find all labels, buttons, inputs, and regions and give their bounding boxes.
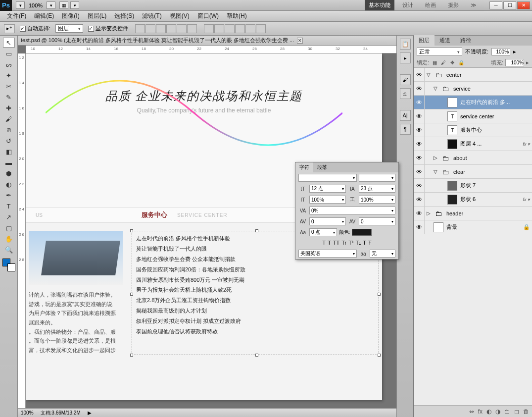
status-zoom[interactable]: 100%	[21, 410, 34, 416]
antialiasing[interactable]: 无	[370, 250, 395, 258]
lock-all[interactable]: 🔒	[458, 59, 465, 66]
para-collapsed-icon[interactable]: ¶	[400, 124, 411, 135]
type-tool[interactable]: T	[3, 201, 15, 211]
font-style[interactable]	[359, 174, 395, 182]
layer-row[interactable]: 👁形状 6fx ▾	[414, 193, 532, 207]
history-icon[interactable]: 📋	[400, 39, 411, 50]
dist-1[interactable]	[204, 24, 214, 33]
ruler-vertical[interactable]: 1 21 41 61 82 02 22 42 62 8	[18, 53, 26, 408]
menu-image[interactable]: 图像(I)	[58, 10, 83, 22]
bridge-dropdown[interactable]: ▾	[16, 1, 25, 9]
ruler-horizontal[interactable]: 10121416182022242628303234	[26, 46, 396, 53]
kerning[interactable]: 0	[309, 217, 346, 225]
show-transform-cb[interactable]	[88, 26, 94, 32]
type-style-btn[interactable]: T	[363, 240, 366, 246]
align-5[interactable]	[177, 24, 187, 33]
eraser-tool[interactable]: ◧	[3, 147, 15, 156]
visibility-icon[interactable]: 👁	[414, 220, 425, 234]
menu-view[interactable]: 视图(V)	[166, 10, 193, 22]
history-brush-tool[interactable]: ↺	[3, 136, 15, 146]
fill-arrow[interactable]: ▸	[526, 59, 529, 66]
font-size[interactable]: 12 点	[309, 185, 346, 193]
arrange-dropdown[interactable]: ▦	[59, 1, 68, 9]
visibility-icon[interactable]: 👁	[414, 68, 425, 81]
tool-preset[interactable]: ▸⁺	[4, 24, 15, 33]
wand-tool[interactable]: ✦	[3, 70, 15, 80]
menu-file[interactable]: 文件(F)	[3, 10, 30, 22]
text-color[interactable]	[352, 229, 372, 236]
pen-tool[interactable]: ✒	[3, 190, 15, 200]
type-style-btn[interactable]: T₁	[356, 240, 361, 246]
dist-6[interactable]	[256, 24, 266, 33]
type-style-btn[interactable]: T	[328, 240, 331, 246]
close-button[interactable]: ✕	[517, 1, 530, 9]
fx-icon[interactable]: fx	[478, 408, 483, 415]
color-swatch[interactable]	[2, 259, 15, 271]
link-layers-icon[interactable]: ⇔	[469, 408, 474, 415]
adjustment-icon[interactable]: ◑	[495, 408, 500, 415]
baseline[interactable]: 0 点	[309, 228, 337, 236]
zoom-tool[interactable]: 🔍	[3, 245, 15, 255]
layer-row[interactable]: 👁形状 7	[414, 179, 532, 193]
marquee-tool[interactable]: ▭	[3, 49, 15, 58]
menu-filter[interactable]: 滤镜(T)	[138, 10, 165, 22]
blend-mode[interactable]: 正常	[417, 48, 462, 56]
disclosure-icon[interactable]: ▽	[434, 169, 438, 174]
workspace-tab-3[interactable]: 摄影	[444, 0, 463, 10]
visibility-icon[interactable]: 👁	[414, 151, 425, 164]
mask-icon[interactable]: ◐	[486, 408, 491, 415]
visibility-icon[interactable]: 👁	[414, 82, 425, 95]
layer-row[interactable]: 👁▷🗀header	[414, 207, 532, 220]
brush-tool[interactable]: 🖌	[3, 114, 15, 124]
clone-icon[interactable]: ⎌	[400, 88, 411, 99]
layer-row[interactable]: 👁▽🗀service	[414, 82, 532, 96]
auto-select-cb[interactable]	[20, 26, 26, 32]
move-tool[interactable]: ↖	[3, 38, 15, 48]
workspace-tab-0[interactable]: 基本功能	[365, 0, 394, 10]
opacity-input[interactable]	[491, 48, 510, 55]
menu-select[interactable]: 选择(S)	[110, 10, 138, 22]
type-style-btn[interactable]: TT	[333, 240, 339, 246]
disclosure-icon[interactable]: ▷	[427, 210, 432, 216]
layer-row[interactable]: 👁T服务中心	[414, 123, 532, 137]
type-style-btn[interactable]: Ŧ	[368, 240, 372, 246]
character-panel[interactable]: 字符 段落 tT12 点IA23 点 IT100%工100% VA0% AV0A…	[295, 162, 399, 260]
maximize-button[interactable]: ☐	[503, 1, 516, 9]
align-1[interactable]	[135, 24, 145, 33]
char-tab[interactable]: 字符	[295, 162, 313, 172]
disclosure-icon[interactable]: ▽	[427, 72, 432, 77]
visibility-icon[interactable]: 👁	[414, 165, 425, 178]
disclosure-icon[interactable]: ▷	[434, 155, 438, 160]
dist-5[interactable]	[245, 24, 255, 33]
eyedropper-tool[interactable]: ✎	[3, 92, 15, 102]
stamp-tool[interactable]: ⎚	[3, 125, 15, 135]
visibility-icon[interactable]: 👁	[414, 207, 425, 220]
lock-paint[interactable]: 🖌	[440, 59, 447, 66]
visibility-icon[interactable]: 👁	[414, 123, 425, 137]
crop-tool[interactable]: ✂	[3, 81, 15, 91]
language[interactable]: 美国英语	[298, 250, 357, 258]
workspace-more[interactable]: ≫	[467, 0, 481, 10]
minimize-button[interactable]: ─	[489, 1, 502, 9]
new-layer-icon[interactable]: ◻	[514, 408, 519, 415]
lock-transparent[interactable]: ▦	[431, 59, 438, 66]
dist-4[interactable]	[235, 24, 245, 33]
fill-input[interactable]	[505, 59, 524, 66]
auto-select-target[interactable]: 图层	[55, 24, 83, 33]
visibility-icon[interactable]: 👁	[414, 96, 425, 109]
dodge-tool[interactable]: ◐	[3, 179, 15, 189]
lock-move[interactable]: ✥	[449, 59, 456, 66]
leading[interactable]: 23 点	[359, 185, 395, 193]
menu-layer[interactable]: 图层(L)	[84, 10, 111, 22]
close-tab-icon[interactable]: ✕	[297, 38, 303, 44]
visibility-icon[interactable]: 👁	[414, 109, 425, 123]
document-tab[interactable]: test.psd @ 100% (走在时代的前沿 多风格个性手机新体验 莫让智能…	[18, 36, 396, 46]
menu-edit[interactable]: 编辑(E)	[30, 10, 58, 22]
disclosure-icon[interactable]: ▽	[434, 86, 438, 91]
actions-icon[interactable]: ▸	[400, 52, 411, 63]
opacity-arrow[interactable]: ▸	[513, 49, 516, 55]
tracking[interactable]: 0	[359, 217, 395, 225]
visibility-icon[interactable]: 👁	[414, 179, 425, 192]
lasso-tool[interactable]: ᔕ	[3, 59, 15, 69]
layer-row[interactable]: 👁▽🗀center	[414, 68, 532, 82]
